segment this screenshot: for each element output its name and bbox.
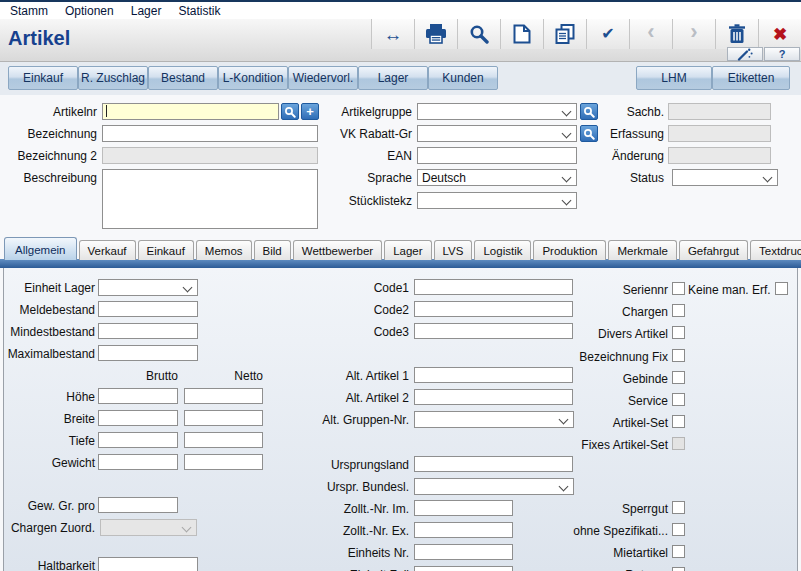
resize-button[interactable]: ↔: [371, 19, 414, 49]
resize-icon: ↔: [384, 25, 403, 44]
ursprungsland-input[interactable]: [414, 456, 573, 472]
gebinde-label: Gebinde: [545, 372, 668, 387]
quickbar-button-lager[interactable]: Lager: [358, 66, 428, 90]
ean-input[interactable]: [417, 147, 577, 164]
tab-einkauf[interactable]: Einkauf: [138, 240, 194, 260]
breite-netto-input[interactable]: [184, 410, 263, 426]
stuecklistekz-select[interactable]: [417, 192, 577, 209]
keine-man-erf-checkbox[interactable]: [775, 282, 788, 295]
breite-label: Breite: [10, 412, 95, 427]
aenderung-label: Änderung: [570, 149, 664, 164]
status-select[interactable]: [672, 169, 778, 186]
chargen-checkbox[interactable]: [672, 304, 685, 317]
erfassung-field: [668, 125, 771, 142]
quickbar-button-bestand[interactable]: Bestand: [148, 66, 218, 90]
tab-bild[interactable]: Bild: [254, 240, 291, 260]
vk-rabatt-gr-select[interactable]: [417, 125, 577, 142]
bezeichnung-input[interactable]: [102, 125, 318, 142]
aenderung-field: [668, 147, 771, 164]
retoure-checkbox[interactable]: [672, 567, 685, 571]
quickbar-button-r-zuschlag[interactable]: R. Zuschlag: [78, 66, 148, 90]
menu-bar: Stamm Optionen Lager Statistik: [0, 0, 801, 19]
quickbar-button-kunden[interactable]: Kunden: [428, 66, 498, 90]
tab-merkmale[interactable]: Merkmale: [608, 240, 676, 260]
gebinde-checkbox[interactable]: [672, 371, 685, 384]
artikelnr-add-button[interactable]: +: [301, 103, 319, 120]
gewicht-brutto-input[interactable]: [98, 454, 178, 470]
quickbar-button-lhm[interactable]: LHM: [636, 66, 712, 90]
seriennr-checkbox[interactable]: [672, 282, 685, 295]
confirm-button[interactable]: ✔: [586, 19, 629, 49]
brutto-column-header: Brutto: [118, 369, 178, 384]
beschreibung-textarea[interactable]: [102, 169, 318, 229]
tab-gefahrgut[interactable]: Gefahrgut: [679, 240, 748, 260]
tiefe-brutto-input[interactable]: [98, 432, 178, 448]
bezeichnung-fix-checkbox[interactable]: [672, 349, 685, 362]
tab-produktion[interactable]: Produktion: [533, 240, 606, 260]
tiefe-netto-input[interactable]: [184, 432, 263, 448]
tab-lvs[interactable]: LVS: [434, 240, 473, 260]
menu-item-optionen[interactable]: Optionen: [65, 4, 114, 18]
gewicht-netto-input[interactable]: [184, 454, 263, 470]
artikelgruppe-select[interactable]: [417, 103, 577, 120]
einheits-nr-input[interactable]: [414, 544, 513, 560]
menu-item-stamm[interactable]: Stamm: [10, 4, 48, 18]
wizard-button[interactable]: [727, 47, 763, 61]
erfassung-label: Erfassung: [570, 127, 664, 142]
einheit-zoll-input[interactable]: [414, 566, 513, 571]
tab-lager[interactable]: Lager: [384, 240, 431, 260]
chargen-zuord-select: [100, 519, 197, 536]
zollt-nr-im-input[interactable]: [414, 500, 513, 516]
tab-textdruck[interactable]: Textdruck: [750, 240, 801, 260]
new-record-button[interactable]: [500, 19, 543, 49]
urspr-bundesl-select[interactable]: [414, 478, 574, 495]
sprache-select[interactable]: Deutsch: [417, 169, 577, 186]
search-button[interactable]: [457, 19, 500, 49]
close-button[interactable]: ✖: [758, 19, 801, 49]
meldebestand-input[interactable]: [98, 301, 198, 317]
print-button[interactable]: [414, 19, 457, 49]
bezeichnung2-label: Bezeichnung 2: [5, 149, 97, 164]
sachb-field: [668, 103, 771, 120]
mietartikel-checkbox[interactable]: [672, 545, 685, 558]
tab-memos[interactable]: Memos: [196, 240, 252, 260]
quickbar-button-einkauf[interactable]: Einkauf: [8, 66, 78, 90]
menu-item-statistik[interactable]: Statistik: [178, 4, 220, 18]
gew-gr-pro-input[interactable]: [98, 497, 178, 513]
tab-logistik[interactable]: Logistik: [474, 240, 531, 260]
zollt-nr-ex-input[interactable]: [414, 522, 513, 538]
quickbar-button-etiketten[interactable]: Etiketten: [712, 66, 790, 90]
tab-wettbewerber[interactable]: Wettbewerber: [293, 240, 382, 260]
code3-label: Code3: [290, 325, 409, 340]
previous-record-button[interactable]: ‹: [629, 19, 672, 49]
delete-button[interactable]: [715, 19, 758, 49]
divers-artikel-checkbox[interactable]: [672, 326, 685, 339]
copy-button[interactable]: [543, 19, 586, 49]
einheit-lager-select[interactable]: [98, 279, 198, 296]
ohne-spezifikation-checkbox[interactable]: [672, 523, 685, 536]
hoehe-netto-input[interactable]: [184, 388, 263, 404]
tab-verkauf[interactable]: Verkauf: [79, 240, 136, 260]
maximalbestand-input[interactable]: [98, 345, 198, 361]
vk-rabatt-gr-label: VK Rabatt-Gr: [320, 127, 412, 142]
quickbar-button-wiedervorl[interactable]: Wiedervorl.: [288, 66, 358, 90]
next-record-button[interactable]: ›: [672, 19, 715, 49]
tab-allgemein[interactable]: Allgemein: [4, 237, 77, 260]
breite-brutto-input[interactable]: [98, 410, 178, 426]
close-icon: ✖: [773, 26, 787, 43]
chargen-zuord-label: Chargen Zuord.: [5, 521, 95, 536]
artikelnr-input[interactable]: [102, 103, 279, 120]
haltbarkeit-input[interactable]: [98, 557, 198, 571]
artikel-set-checkbox[interactable]: [672, 415, 685, 428]
help-button[interactable]: ?: [764, 47, 800, 61]
menu-item-lager[interactable]: Lager: [131, 4, 162, 18]
artikelnr-lookup-button[interactable]: [281, 103, 299, 120]
quickbar-button-l-kondition[interactable]: L-Kondition: [218, 66, 288, 90]
divers-artikel-label: Divers Artikel: [545, 327, 668, 342]
sperrgut-checkbox[interactable]: [672, 501, 685, 514]
stuecklistekz-label: Stücklistekz: [320, 194, 412, 209]
service-checkbox[interactable]: [672, 393, 685, 406]
hoehe-brutto-input[interactable]: [98, 388, 178, 404]
mindestbestand-input[interactable]: [98, 323, 198, 339]
artikelnr-label: Artikelnr: [20, 105, 97, 120]
